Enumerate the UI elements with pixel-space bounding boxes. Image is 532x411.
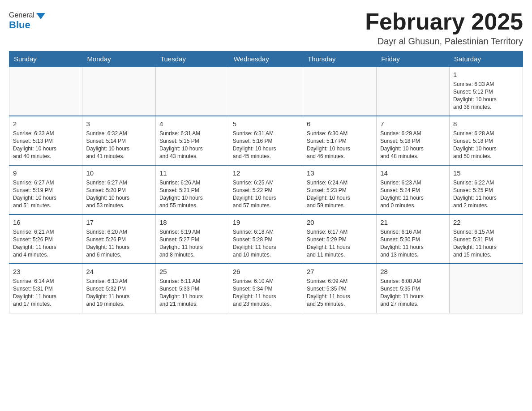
calendar-cell [82, 67, 156, 116]
calendar-cell: 27Sunrise: 6:09 AM Sunset: 5:35 PM Dayli… [303, 264, 376, 313]
calendar-row-0: 1Sunrise: 6:33 AM Sunset: 5:12 PM Daylig… [9, 67, 523, 116]
calendar-cell: 12Sunrise: 6:25 AM Sunset: 5:22 PM Dayli… [229, 165, 303, 214]
day-info: Sunrise: 6:32 AM Sunset: 5:14 PM Dayligh… [86, 130, 152, 160]
calendar-cell [449, 264, 523, 313]
day-number: 18 [159, 218, 225, 227]
logo-blue-text: Blue [9, 19, 30, 31]
day-info: Sunrise: 6:13 AM Sunset: 5:32 PM Dayligh… [86, 278, 152, 308]
calendar-cell: 14Sunrise: 6:23 AM Sunset: 5:24 PM Dayli… [377, 165, 450, 214]
weekday-header-thursday: Thursday [303, 51, 376, 67]
day-info: Sunrise: 6:24 AM Sunset: 5:23 PM Dayligh… [307, 179, 373, 209]
calendar-cell: 24Sunrise: 6:13 AM Sunset: 5:32 PM Dayli… [82, 264, 156, 313]
calendar-cell [377, 67, 450, 116]
day-number: 6 [307, 119, 373, 128]
day-info: Sunrise: 6:28 AM Sunset: 5:18 PM Dayligh… [453, 130, 519, 160]
calendar-cell: 2Sunrise: 6:33 AM Sunset: 5:13 PM Daylig… [9, 116, 82, 165]
day-info: Sunrise: 6:08 AM Sunset: 5:35 PM Dayligh… [380, 278, 446, 308]
calendar-cell: 15Sunrise: 6:22 AM Sunset: 5:25 PM Dayli… [449, 165, 523, 214]
day-number: 24 [86, 267, 152, 276]
month-title: February 2025 [365, 9, 523, 34]
weekday-header-saturday: Saturday [449, 51, 523, 67]
day-info: Sunrise: 6:29 AM Sunset: 5:18 PM Dayligh… [380, 130, 446, 160]
day-info: Sunrise: 6:14 AM Sunset: 5:31 PM Dayligh… [13, 278, 78, 308]
day-number: 22 [453, 218, 519, 227]
day-info: Sunrise: 6:16 AM Sunset: 5:30 PM Dayligh… [380, 228, 446, 258]
calendar-cell: 8Sunrise: 6:28 AM Sunset: 5:18 PM Daylig… [449, 116, 523, 165]
day-number: 20 [307, 218, 373, 227]
calendar-cell: 4Sunrise: 6:31 AM Sunset: 5:15 PM Daylig… [155, 116, 229, 165]
logo: General Blue [9, 9, 45, 31]
calendar-cell [9, 67, 82, 116]
calendar-cell: 20Sunrise: 6:17 AM Sunset: 5:29 PM Dayli… [303, 214, 376, 264]
calendar-cell: 17Sunrise: 6:20 AM Sunset: 5:26 PM Dayli… [82, 214, 156, 264]
day-info: Sunrise: 6:20 AM Sunset: 5:26 PM Dayligh… [86, 228, 152, 258]
day-number: 9 [13, 168, 78, 178]
day-info: Sunrise: 6:25 AM Sunset: 5:22 PM Dayligh… [233, 179, 299, 209]
day-number: 4 [159, 119, 225, 128]
day-number: 17 [86, 218, 152, 227]
calendar-cell: 23Sunrise: 6:14 AM Sunset: 5:31 PM Dayli… [9, 264, 82, 313]
calendar-cell: 26Sunrise: 6:10 AM Sunset: 5:34 PM Dayli… [229, 264, 303, 313]
logo-arrow-icon [36, 13, 45, 19]
calendar-cell: 16Sunrise: 6:21 AM Sunset: 5:26 PM Dayli… [9, 214, 82, 264]
day-info: Sunrise: 6:09 AM Sunset: 5:35 PM Dayligh… [307, 278, 373, 308]
day-number: 2 [13, 119, 78, 128]
calendar-cell: 6Sunrise: 6:30 AM Sunset: 5:17 PM Daylig… [303, 116, 376, 165]
calendar-table: SundayMondayTuesdayWednesdayThursdayFrid… [9, 51, 523, 313]
day-number: 25 [159, 267, 225, 276]
calendar-cell: 21Sunrise: 6:16 AM Sunset: 5:30 PM Dayli… [377, 214, 450, 264]
day-number: 8 [453, 119, 519, 128]
day-info: Sunrise: 6:19 AM Sunset: 5:27 PM Dayligh… [159, 228, 225, 258]
day-info: Sunrise: 6:30 AM Sunset: 5:17 PM Dayligh… [307, 130, 373, 160]
day-number: 16 [13, 218, 78, 227]
day-number: 7 [380, 119, 446, 128]
calendar-row-1: 2Sunrise: 6:33 AM Sunset: 5:13 PM Daylig… [9, 116, 523, 165]
day-info: Sunrise: 6:18 AM Sunset: 5:28 PM Dayligh… [233, 228, 299, 258]
calendar-cell: 25Sunrise: 6:11 AM Sunset: 5:33 PM Dayli… [155, 264, 229, 313]
day-number: 28 [380, 267, 446, 276]
day-info: Sunrise: 6:27 AM Sunset: 5:19 PM Dayligh… [13, 179, 78, 209]
day-number: 15 [453, 168, 519, 178]
calendar-row-4: 23Sunrise: 6:14 AM Sunset: 5:31 PM Dayli… [9, 264, 523, 313]
calendar-cell: 7Sunrise: 6:29 AM Sunset: 5:18 PM Daylig… [377, 116, 450, 165]
day-number: 27 [307, 267, 373, 276]
day-number: 23 [13, 267, 78, 276]
day-info: Sunrise: 6:15 AM Sunset: 5:31 PM Dayligh… [453, 228, 519, 258]
day-info: Sunrise: 6:33 AM Sunset: 5:12 PM Dayligh… [453, 81, 519, 111]
day-number: 21 [380, 218, 446, 227]
calendar-cell: 3Sunrise: 6:32 AM Sunset: 5:14 PM Daylig… [82, 116, 156, 165]
day-number: 10 [86, 168, 152, 178]
day-info: Sunrise: 6:22 AM Sunset: 5:25 PM Dayligh… [453, 179, 519, 209]
day-info: Sunrise: 6:31 AM Sunset: 5:15 PM Dayligh… [159, 130, 225, 160]
logo-general-text: General [9, 11, 34, 19]
calendar-row-2: 9Sunrise: 6:27 AM Sunset: 5:19 PM Daylig… [9, 165, 523, 214]
day-number: 26 [233, 267, 299, 276]
calendar-row-3: 16Sunrise: 6:21 AM Sunset: 5:26 PM Dayli… [9, 214, 523, 264]
weekday-header-sunday: Sunday [9, 51, 82, 67]
calendar-cell: 22Sunrise: 6:15 AM Sunset: 5:31 PM Dayli… [449, 214, 523, 264]
day-info: Sunrise: 6:26 AM Sunset: 5:21 PM Dayligh… [159, 179, 225, 209]
day-number: 1 [453, 70, 519, 79]
weekday-header-friday: Friday [377, 51, 450, 67]
weekday-header-monday: Monday [82, 51, 156, 67]
day-info: Sunrise: 6:21 AM Sunset: 5:26 PM Dayligh… [13, 228, 78, 258]
day-number: 19 [233, 218, 299, 227]
day-number: 13 [307, 168, 373, 178]
calendar-cell: 13Sunrise: 6:24 AM Sunset: 5:23 PM Dayli… [303, 165, 376, 214]
weekday-header-tuesday: Tuesday [155, 51, 229, 67]
calendar-header-row: SundayMondayTuesdayWednesdayThursdayFrid… [9, 51, 523, 67]
day-info: Sunrise: 6:11 AM Sunset: 5:33 PM Dayligh… [159, 278, 225, 308]
day-info: Sunrise: 6:10 AM Sunset: 5:34 PM Dayligh… [233, 278, 299, 308]
location-subtitle: Dayr al Ghusun, Palestinian Territory [365, 36, 523, 47]
day-info: Sunrise: 6:31 AM Sunset: 5:16 PM Dayligh… [233, 130, 299, 160]
calendar-cell: 11Sunrise: 6:26 AM Sunset: 5:21 PM Dayli… [155, 165, 229, 214]
calendar-cell: 9Sunrise: 6:27 AM Sunset: 5:19 PM Daylig… [9, 165, 82, 214]
calendar-cell: 18Sunrise: 6:19 AM Sunset: 5:27 PM Dayli… [155, 214, 229, 264]
day-number: 12 [233, 168, 299, 178]
day-number: 3 [86, 119, 152, 128]
calendar-cell: 1Sunrise: 6:33 AM Sunset: 5:12 PM Daylig… [449, 67, 523, 116]
day-number: 11 [159, 168, 225, 178]
calendar-cell [155, 67, 229, 116]
calendar-cell: 19Sunrise: 6:18 AM Sunset: 5:28 PM Dayli… [229, 214, 303, 264]
day-number: 14 [380, 168, 446, 178]
